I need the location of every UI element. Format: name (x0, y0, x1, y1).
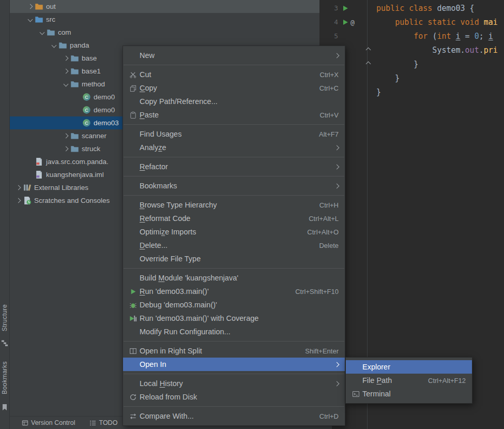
menu-item-shortcut: Ctrl+H (311, 201, 339, 209)
menu-item-analyze[interactable]: Analyze (123, 141, 345, 154)
menu-item-run-demo03-main[interactable]: Run 'demo03.main()'Ctrl+Shift+F10 (123, 285, 345, 298)
menu-item-local-history[interactable]: Local History (123, 377, 345, 390)
menu-item-compare-with[interactable]: Compare With...Ctrl+D (123, 409, 345, 423)
fold-column (364, 62, 372, 66)
menu-item-optimize-imports[interactable]: Optimize ImportsCtrl+Alt+O (123, 225, 345, 239)
chevron-right-icon[interactable] (63, 134, 68, 139)
run-icon (126, 288, 140, 295)
code-text: } (372, 87, 381, 97)
tree-item-label: base (80, 54, 97, 62)
chevron-right-icon[interactable] (63, 69, 68, 74)
svg-text:C: C (85, 121, 88, 126)
menu-item-shortcut: Delete (311, 242, 339, 249)
menu-item-find-usages[interactable]: Find UsagesAlt+F7 (123, 127, 345, 141)
menu-item-copy[interactable]: CopyCtrl+C (123, 81, 345, 95)
tree-item-src[interactable]: src (9, 13, 319, 26)
line-number: 5 (319, 32, 342, 40)
open-in-submenu: ExplorerFile PathCtrl+Alt+F12Terminal (345, 357, 472, 404)
menu-separator (124, 65, 344, 65)
structure-tool-icon[interactable] (1, 339, 8, 347)
menu-item-label: Run 'demo03.main()' (140, 287, 209, 295)
menu-item-reformat-code[interactable]: Reformat CodeCtrl+Alt+L (123, 212, 345, 225)
status-label: TODO (99, 419, 117, 426)
menu-item-refactor[interactable]: Refactor (123, 160, 345, 173)
menu-item-label: Paste (140, 111, 159, 119)
menu-item-label: Find Usages (140, 130, 181, 138)
chevron-right-icon[interactable] (27, 4, 33, 9)
tree-item-label: Scratches and Consoles (33, 197, 110, 204)
line-number: 4 (319, 18, 342, 26)
menu-item-shortcut: Ctrl+C (311, 84, 339, 92)
run-icon[interactable] (343, 20, 348, 25)
terminal-icon (349, 390, 362, 398)
editor-line: 5 for (int i = 0; i (319, 29, 504, 43)
menu-separator (124, 341, 344, 342)
menu-item-label: Modify Run Configuration... (140, 328, 231, 336)
menu-item-paste[interactable]: PasteCtrl+V (123, 108, 345, 122)
menu-item-run-demo03-main-with-coverage[interactable]: Run 'demo03.main()' with Coverage (123, 312, 345, 325)
tree-item-com[interactable]: com (9, 26, 319, 39)
menu-item-copy-path-reference[interactable]: Copy Path/Reference... (123, 95, 345, 108)
chevron-down-icon[interactable] (27, 17, 33, 22)
menu-item-open-in[interactable]: Open In (123, 358, 345, 371)
menu-item-browse-type-hierarchy[interactable]: Browse Type HierarchyCtrl+H (123, 198, 345, 212)
iml-file-icon (35, 170, 44, 179)
menu-item-label: Override File Type (140, 255, 201, 263)
chevron-right-icon[interactable] (63, 56, 68, 61)
menu-item-override-file-type[interactable]: Override File Type (123, 252, 345, 265)
chevron-right-icon[interactable] (16, 185, 21, 190)
menu-item-modify-run-configuration[interactable]: Modify Run Configuration... (123, 325, 345, 338)
menu-item-open-in-right-split[interactable]: Open in Right SplitShift+Enter (123, 344, 345, 358)
submenu-arrow-icon (334, 164, 340, 169)
folder-icon (70, 67, 80, 76)
menu-item-label: Explorer (362, 363, 390, 371)
run-icon[interactable] (343, 6, 348, 11)
menu-item-delete[interactable]: Delete...Delete (123, 239, 345, 252)
menu-item-label: Terminal (362, 390, 391, 398)
menu-item-bookmarks[interactable]: Bookmarks (123, 179, 345, 193)
menu-item-build-module-kuangshenjava[interactable]: Build Module 'kuangshenjava' (123, 271, 345, 285)
tree-item-label: demo0 (92, 93, 115, 101)
tree-item-label: demo0 (92, 106, 115, 114)
menu-item-debug-demo03-main[interactable]: Debug 'demo03.main()' (123, 298, 345, 312)
menu-item-label: Refactor (140, 162, 168, 171)
tree-item-label: src (44, 16, 55, 23)
menu-item-label: Delete... (140, 241, 167, 249)
menu-item-terminal[interactable]: Terminal (346, 387, 472, 401)
java-class-icon: C (82, 119, 92, 127)
menu-item-label: Reformat Code (140, 214, 190, 223)
version-control-icon (22, 420, 28, 426)
menu-item-label: File Path (362, 376, 392, 384)
submenu-arrow-icon (334, 145, 340, 150)
status-label: Version Control (31, 419, 75, 426)
tool-stripe-structure[interactable]: Structure (1, 304, 8, 331)
editor-line: 4@ public static void mai (319, 15, 504, 29)
bookmarks-tool-icon[interactable] (1, 404, 8, 411)
code-text: for (int i = 0; i (372, 32, 493, 41)
status-todo[interactable]: TODO (89, 419, 117, 426)
fold-up-icon[interactable] (365, 62, 371, 67)
code-text: } (372, 73, 400, 83)
chevron-down-icon[interactable] (51, 43, 56, 48)
menu-item-shortcut: Ctrl+Shift+F10 (287, 288, 339, 295)
menu-item-cut[interactable]: CutCtrl+X (123, 68, 345, 81)
chevron-down-icon[interactable] (63, 82, 68, 87)
chevron-right-icon[interactable] (16, 198, 21, 203)
menu-item-label: Debug 'demo03.main()' (140, 301, 217, 309)
status-version-control[interactable]: Version Control (22, 419, 75, 426)
tree-item-label: method (80, 80, 105, 88)
menu-item-reload-from-disk[interactable]: Reload from Disk (123, 390, 345, 404)
chevron-right-icon[interactable] (63, 146, 68, 152)
tree-item-out[interactable]: out (9, 0, 319, 13)
menu-item-new[interactable]: New (123, 49, 345, 62)
copy-icon (126, 84, 140, 92)
fold-up-icon[interactable] (365, 48, 371, 53)
menu-item-file-path[interactable]: File PathCtrl+Alt+F12 (346, 374, 472, 387)
editor-line: } (319, 57, 504, 71)
folder-icon (70, 54, 80, 63)
tool-stripe-bookmarks[interactable]: Bookmarks (1, 361, 8, 394)
menu-item-explorer[interactable]: Explorer (346, 360, 472, 374)
chevron-down-icon[interactable] (39, 30, 44, 35)
java-class-icon: C (82, 106, 92, 114)
menu-item-label: Cut (140, 70, 151, 79)
